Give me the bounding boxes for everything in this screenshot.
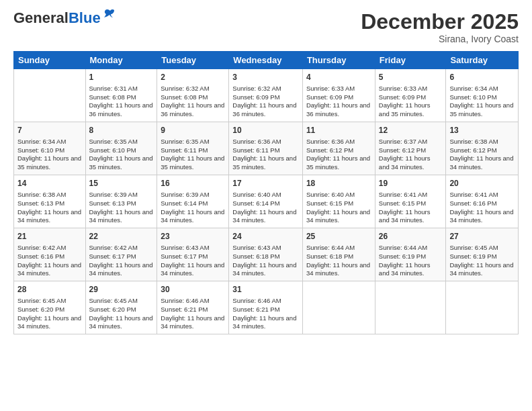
calendar-cell (375, 281, 446, 334)
day-number: 30 (161, 284, 225, 295)
cell-info: Sunrise: 6:36 AMSunset: 6:12 PMDaylight:… (306, 138, 371, 172)
calendar-cell: 21Sunrise: 6:42 AMSunset: 6:16 PMDayligh… (14, 228, 86, 281)
cell-info: Sunrise: 6:41 AMSunset: 6:16 PMDaylight:… (449, 191, 515, 225)
header-saturday: Saturday (446, 52, 519, 69)
day-number: 4 (306, 72, 371, 83)
calendar-cell (302, 281, 375, 334)
week-row-5: 28Sunrise: 6:45 AMSunset: 6:20 PMDayligh… (14, 281, 519, 334)
day-number: 9 (161, 125, 225, 136)
cell-info: Sunrise: 6:40 AMSunset: 6:14 PMDaylight:… (232, 191, 299, 225)
cell-info: Sunrise: 6:44 AMSunset: 6:19 PMDaylight:… (379, 244, 443, 278)
week-row-1: 1Sunrise: 6:31 AMSunset: 6:08 PMDaylight… (14, 69, 519, 122)
day-number: 24 (232, 231, 299, 242)
cell-info: Sunrise: 6:37 AMSunset: 6:12 PMDaylight:… (379, 138, 443, 172)
cell-info: Sunrise: 6:40 AMSunset: 6:15 PMDaylight:… (306, 191, 371, 225)
day-number: 23 (161, 231, 225, 242)
cell-info: Sunrise: 6:44 AMSunset: 6:18 PMDaylight:… (306, 244, 371, 278)
cell-info: Sunrise: 6:31 AMSunset: 6:08 PMDaylight:… (89, 85, 154, 119)
day-number: 7 (17, 125, 82, 136)
cell-info: Sunrise: 6:33 AMSunset: 6:09 PMDaylight:… (306, 85, 371, 119)
calendar-cell: 16Sunrise: 6:39 AMSunset: 6:14 PMDayligh… (157, 175, 229, 228)
day-number: 25 (306, 231, 371, 242)
title-block: December 2025 Sirana, Ivory Coast (361, 11, 519, 44)
day-number: 8 (89, 125, 154, 136)
calendar-cell: 19Sunrise: 6:41 AMSunset: 6:15 PMDayligh… (375, 175, 446, 228)
header-friday: Friday (375, 52, 446, 69)
calendar-cell: 25Sunrise: 6:44 AMSunset: 6:18 PMDayligh… (302, 228, 375, 281)
calendar-cell: 6Sunrise: 6:34 AMSunset: 6:10 PMDaylight… (446, 69, 519, 122)
calendar-cell: 30Sunrise: 6:46 AMSunset: 6:21 PMDayligh… (157, 281, 229, 334)
cell-info: Sunrise: 6:45 AMSunset: 6:19 PMDaylight:… (449, 244, 515, 278)
calendar-cell: 2Sunrise: 6:32 AMSunset: 6:08 PMDaylight… (157, 69, 229, 122)
calendar-cell: 5Sunrise: 6:33 AMSunset: 6:09 PMDaylight… (375, 69, 446, 122)
cell-info: Sunrise: 6:39 AMSunset: 6:13 PMDaylight:… (89, 191, 154, 225)
calendar-cell: 11Sunrise: 6:36 AMSunset: 6:12 PMDayligh… (302, 122, 375, 175)
day-number: 6 (449, 72, 515, 83)
calendar-cell: 8Sunrise: 6:35 AMSunset: 6:10 PMDaylight… (85, 122, 157, 175)
calendar-cell: 13Sunrise: 6:38 AMSunset: 6:12 PMDayligh… (446, 122, 519, 175)
calendar-cell: 31Sunrise: 6:46 AMSunset: 6:21 PMDayligh… (229, 281, 303, 334)
day-number: 11 (306, 125, 371, 136)
header-sunday: Sunday (14, 52, 86, 69)
cell-info: Sunrise: 6:46 AMSunset: 6:21 PMDaylight:… (161, 297, 225, 331)
cell-info: Sunrise: 6:33 AMSunset: 6:09 PMDaylight:… (379, 85, 443, 119)
calendar: Sunday Monday Tuesday Wednesday Thursday… (13, 51, 519, 334)
cell-info: Sunrise: 6:43 AMSunset: 6:17 PMDaylight:… (161, 244, 225, 278)
cell-info: Sunrise: 6:42 AMSunset: 6:16 PMDaylight:… (17, 244, 82, 278)
day-number: 29 (89, 284, 154, 295)
logo: GeneralBlue (13, 11, 117, 26)
calendar-cell: 4Sunrise: 6:33 AMSunset: 6:09 PMDaylight… (302, 69, 375, 122)
week-row-3: 14Sunrise: 6:38 AMSunset: 6:13 PMDayligh… (14, 175, 519, 228)
month-title: December 2025 (361, 11, 519, 32)
day-number: 28 (17, 284, 82, 295)
cell-info: Sunrise: 6:41 AMSunset: 6:15 PMDaylight:… (379, 191, 443, 225)
header-monday: Monday (85, 52, 157, 69)
day-number: 27 (449, 231, 515, 242)
day-number: 26 (379, 231, 443, 242)
calendar-cell (14, 69, 86, 122)
day-number: 10 (232, 125, 299, 136)
day-number: 21 (17, 231, 82, 242)
day-number: 18 (306, 178, 371, 189)
cell-info: Sunrise: 6:45 AMSunset: 6:20 PMDaylight:… (89, 297, 154, 331)
header-tuesday: Tuesday (157, 52, 229, 69)
cell-info: Sunrise: 6:32 AMSunset: 6:09 PMDaylight:… (232, 85, 299, 119)
cell-info: Sunrise: 6:39 AMSunset: 6:14 PMDaylight:… (161, 191, 225, 225)
day-number: 17 (232, 178, 299, 189)
calendar-cell (446, 281, 519, 334)
cell-info: Sunrise: 6:32 AMSunset: 6:08 PMDaylight:… (161, 85, 225, 119)
calendar-cell: 24Sunrise: 6:43 AMSunset: 6:18 PMDayligh… (229, 228, 303, 281)
calendar-cell: 27Sunrise: 6:45 AMSunset: 6:19 PMDayligh… (446, 228, 519, 281)
calendar-cell: 12Sunrise: 6:37 AMSunset: 6:12 PMDayligh… (375, 122, 446, 175)
calendar-cell: 18Sunrise: 6:40 AMSunset: 6:15 PMDayligh… (302, 175, 375, 228)
day-number: 13 (449, 125, 515, 136)
week-row-2: 7Sunrise: 6:34 AMSunset: 6:10 PMDaylight… (14, 122, 519, 175)
day-number: 31 (232, 284, 299, 295)
day-number: 12 (379, 125, 443, 136)
page: GeneralBlue December 2025 Sirana, Ivory … (0, 0, 532, 411)
header: GeneralBlue December 2025 Sirana, Ivory … (13, 11, 519, 44)
calendar-cell: 9Sunrise: 6:35 AMSunset: 6:11 PMDaylight… (157, 122, 229, 175)
calendar-cell: 28Sunrise: 6:45 AMSunset: 6:20 PMDayligh… (14, 281, 86, 334)
cell-info: Sunrise: 6:36 AMSunset: 6:11 PMDaylight:… (232, 138, 299, 172)
cell-info: Sunrise: 6:42 AMSunset: 6:17 PMDaylight:… (89, 244, 154, 278)
cell-info: Sunrise: 6:43 AMSunset: 6:18 PMDaylight:… (232, 244, 299, 278)
location: Sirana, Ivory Coast (361, 34, 519, 44)
calendar-cell: 23Sunrise: 6:43 AMSunset: 6:17 PMDayligh… (157, 228, 229, 281)
day-number: 15 (89, 178, 154, 189)
day-number: 22 (89, 231, 154, 242)
cell-info: Sunrise: 6:35 AMSunset: 6:11 PMDaylight:… (161, 138, 225, 172)
calendar-cell: 10Sunrise: 6:36 AMSunset: 6:11 PMDayligh… (229, 122, 303, 175)
calendar-cell: 7Sunrise: 6:34 AMSunset: 6:10 PMDaylight… (14, 122, 86, 175)
weekday-header-row: Sunday Monday Tuesday Wednesday Thursday… (14, 52, 519, 69)
calendar-cell: 29Sunrise: 6:45 AMSunset: 6:20 PMDayligh… (85, 281, 157, 334)
logo-bird-icon (102, 9, 117, 22)
calendar-cell: 1Sunrise: 6:31 AMSunset: 6:08 PMDaylight… (85, 69, 157, 122)
day-number: 19 (379, 178, 443, 189)
calendar-cell: 22Sunrise: 6:42 AMSunset: 6:17 PMDayligh… (85, 228, 157, 281)
calendar-cell: 15Sunrise: 6:39 AMSunset: 6:13 PMDayligh… (85, 175, 157, 228)
calendar-cell: 14Sunrise: 6:38 AMSunset: 6:13 PMDayligh… (14, 175, 86, 228)
day-number: 14 (17, 178, 82, 189)
cell-info: Sunrise: 6:45 AMSunset: 6:20 PMDaylight:… (17, 297, 82, 331)
logo-general: GeneralBlue (13, 11, 101, 26)
